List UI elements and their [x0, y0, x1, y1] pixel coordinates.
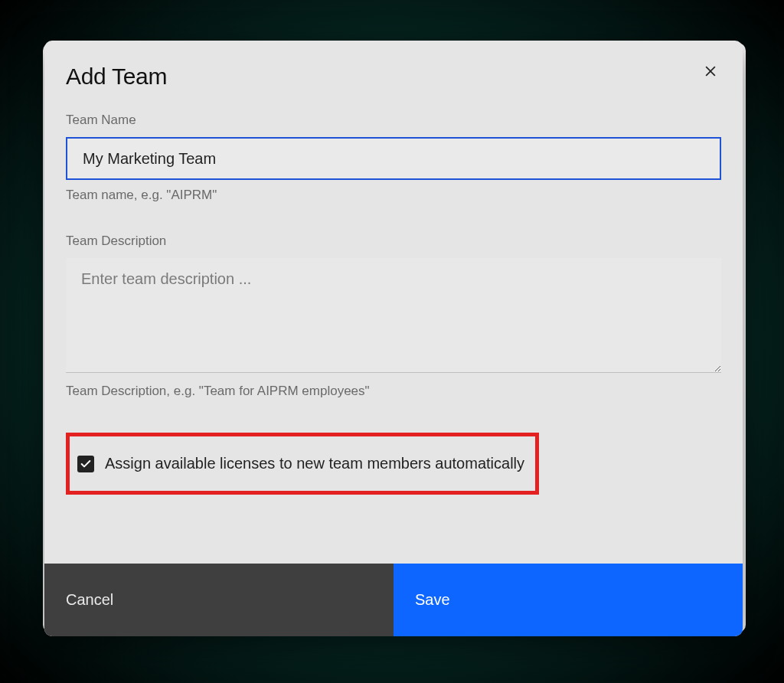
team-description-input[interactable] — [66, 258, 721, 373]
team-name-input[interactable] — [66, 137, 721, 180]
auto-assign-checkbox[interactable] — [77, 456, 94, 472]
modal-footer: Cancel Save — [44, 564, 743, 636]
team-name-helper: Team name, e.g. "AIPRM" — [66, 188, 721, 203]
checkmark-icon — [80, 458, 92, 470]
team-name-label: Team Name — [66, 113, 721, 128]
cancel-button[interactable]: Cancel — [44, 564, 394, 636]
add-team-modal: Add Team Team Name Team name, e.g. "AIPR… — [44, 41, 743, 636]
team-description-field-group: Team Description Team Description, e.g. … — [66, 234, 721, 399]
auto-assign-highlight-box: Assign available licenses to new team me… — [66, 433, 539, 495]
close-icon — [703, 64, 718, 79]
team-name-field-group: Team Name Team name, e.g. "AIPRM" — [66, 113, 721, 203]
team-description-label: Team Description — [66, 234, 721, 249]
team-description-helper: Team Description, e.g. "Team for AIPRM e… — [66, 384, 721, 399]
auto-assign-label[interactable]: Assign available licenses to new team me… — [105, 455, 524, 472]
save-button[interactable]: Save — [394, 564, 743, 636]
close-button[interactable] — [700, 60, 721, 82]
modal-title: Add Team — [66, 64, 721, 90]
modal-body: Add Team Team Name Team name, e.g. "AIPR… — [44, 41, 743, 564]
